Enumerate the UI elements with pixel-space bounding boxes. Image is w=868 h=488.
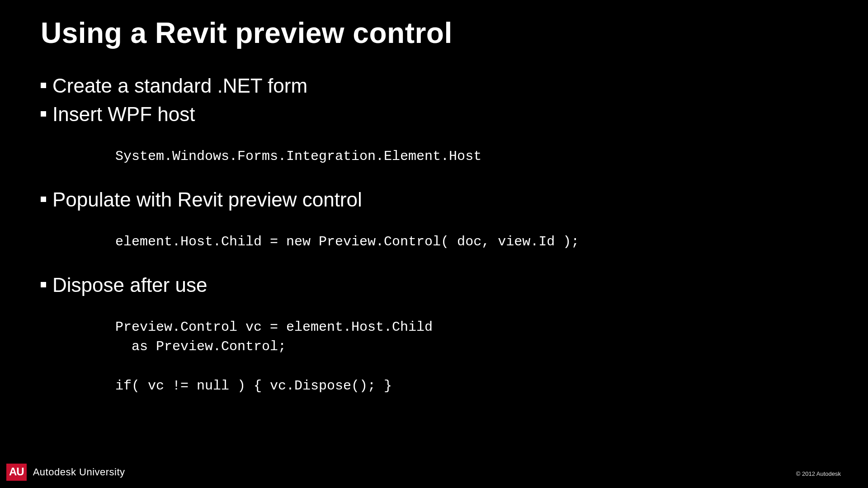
footer-brand: AU Autodesk University bbox=[6, 464, 125, 481]
bullet-item: Dispose after use bbox=[41, 272, 823, 298]
code-block: element.Host.Child = new Preview.Control… bbox=[115, 232, 823, 252]
bullet-item: Create a standard .NET form bbox=[41, 73, 823, 99]
code-block: Preview.Control vc = element.Host.Child … bbox=[115, 318, 823, 396]
code-block: System.Windows.Forms.Integration.Element… bbox=[115, 147, 823, 167]
bullet-square-icon bbox=[41, 83, 46, 88]
bullet-text: Insert WPF host bbox=[52, 101, 195, 127]
slide-title: Using a Revit preview control bbox=[41, 16, 453, 50]
copyright-text: © 2012 Autodesk bbox=[796, 470, 841, 477]
bullet-square-icon bbox=[41, 111, 46, 117]
slide-content: Create a standard .NET form Insert WPF h… bbox=[41, 70, 823, 416]
slide: Using a Revit preview control Create a s… bbox=[0, 0, 868, 488]
bullet-text: Create a standard .NET form bbox=[52, 73, 307, 99]
bullet-text: Dispose after use bbox=[52, 272, 207, 298]
bullet-square-icon bbox=[41, 282, 46, 287]
bullet-item: Populate with Revit preview control bbox=[41, 187, 823, 212]
bullet-text: Populate with Revit preview control bbox=[52, 187, 362, 212]
brand-text: Autodesk University bbox=[33, 466, 125, 478]
au-badge-icon: AU bbox=[6, 464, 27, 481]
bullet-item: Insert WPF host bbox=[41, 101, 823, 127]
bullet-square-icon bbox=[41, 197, 46, 202]
